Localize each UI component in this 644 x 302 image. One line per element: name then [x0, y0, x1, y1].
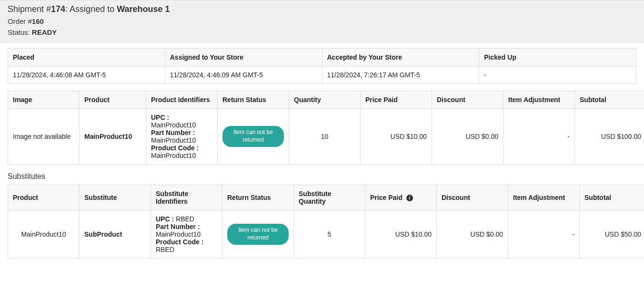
std-quantity: 5 [294, 210, 365, 259]
s-part-label: Part Number : [156, 223, 200, 230]
std-subtotal: USD $50.00 [580, 210, 644, 259]
std-product: MainProduct10 [8, 210, 80, 259]
return-status-badge: Item can not be returned [222, 126, 284, 146]
timeline-table: Placed Assigned to Your Store Accepted b… [8, 48, 636, 84]
status-prefix: Status: [8, 28, 32, 36]
td-item-adjustment: - [503, 109, 575, 165]
sth-discount: Discount [437, 185, 508, 210]
std-identifiers: UPC : RBED Part Number : MainProduct10 P… [151, 210, 222, 259]
sth-item-adjustment: Item Adjustment [508, 185, 580, 210]
th-price-paid: Price Paid [361, 91, 432, 109]
info-icon[interactable]: i [406, 195, 413, 201]
timeline-row: 11/28/2024, 4:46:08 AM GMT-5 11/28/2024,… [8, 66, 636, 84]
th-image: Image [8, 91, 80, 109]
shipment-title: Shipment #174: Assigned to Warehouse 1 [8, 4, 636, 14]
th-subtotal: Subtotal [575, 91, 644, 109]
shipment-header: Shipment #174: Assigned to Warehouse 1 O… [0, 0, 644, 42]
part-value: MainProduct10 [151, 136, 196, 144]
substitute-name: SubProduct [84, 230, 122, 238]
td-return-status: Item can not be returned [218, 109, 289, 165]
code-value: MainProduct10 [151, 152, 196, 159]
sub-return-status-badge: Item can not be returned [227, 224, 289, 244]
td-assigned: 11/28/2024, 4:46:09 AM GMT-5 [165, 66, 322, 84]
upc-label: UPC : [151, 114, 169, 121]
product-name: MainProduct10 [84, 133, 132, 140]
shipment-prefix: Shipment # [8, 4, 51, 14]
sth-product: Product [8, 185, 80, 210]
td-price-paid: USD $10.00 [361, 109, 432, 165]
s-code-value: RBED [156, 246, 174, 253]
td-identifiers: UPC : MainProduct10 Part Number : MainPr… [146, 109, 218, 165]
th-accepted: Accepted by Your Store [322, 49, 479, 66]
shipment-number: 174 [51, 4, 65, 14]
sth-price-paid: Price Paid i [365, 185, 437, 210]
td-accepted: 11/28/2024, 7:26:17 AM GMT-5 [322, 66, 479, 84]
td-discount: USD $0.00 [432, 109, 503, 165]
th-identifiers: Product Identifiers [146, 91, 218, 109]
std-return-status: Item can not be returned [222, 210, 294, 259]
th-item-adjustment: Item Adjustment [503, 91, 575, 109]
items-table: Image Product Product Identifiers Return… [8, 91, 644, 165]
th-quantity: Quantity [289, 91, 361, 109]
order-prefix: Order # [8, 17, 32, 25]
sth-quantity: Substitute Quantity [294, 185, 365, 210]
td-pickedup: - [479, 66, 636, 84]
status-value: READY [32, 28, 57, 36]
upc-value: MainProduct10 [151, 121, 196, 129]
th-assigned: Assigned to Your Store [165, 49, 322, 66]
part-label: Part Number : [151, 129, 195, 136]
sth-identifiers: Substitute Identifiers [151, 185, 222, 210]
sth-subtotal: Subtotal [580, 185, 644, 210]
substitutes-title: Substitutes [8, 172, 636, 181]
s-upc-label: UPC : [156, 215, 174, 223]
order-number: 160 [32, 17, 44, 25]
std-price-paid: USD $10.00 [365, 210, 437, 259]
item-row: Image not available MainProduct10 UPC : … [8, 109, 644, 165]
status-line: Status: READY [8, 28, 636, 36]
td-quantity: 10 [289, 109, 361, 165]
warehouse-name: Warehouse 1 [117, 4, 170, 14]
code-label: Product Code : [151, 144, 199, 152]
assigned-prefix: : Assigned to [65, 4, 117, 14]
th-product: Product [80, 91, 146, 109]
s-upc-value: RBED [176, 215, 194, 223]
std-discount: USD $0.00 [437, 210, 508, 259]
s-code-label: Product Code : [156, 238, 203, 246]
sth-price-paid-label: Price Paid [370, 194, 402, 201]
th-discount: Discount [432, 91, 503, 109]
std-substitute: SubProduct [80, 210, 151, 259]
th-placed: Placed [8, 49, 165, 66]
substitutes-table: Product Substitute Substitute Identifier… [8, 185, 644, 259]
order-line: Order #160 [8, 17, 636, 25]
std-item-adjustment: - [508, 210, 580, 259]
td-subtotal: USD $100.00 [575, 109, 644, 165]
th-return-status: Return Status [218, 91, 289, 109]
th-pickedup: Picked Up [479, 49, 636, 66]
sth-return-status: Return Status [222, 185, 294, 210]
sth-substitute: Substitute [80, 185, 151, 210]
td-image: Image not available [8, 109, 80, 165]
td-product: MainProduct10 [80, 109, 146, 165]
td-placed: 11/28/2024, 4:46:08 AM GMT-5 [8, 66, 165, 84]
substitute-row: MainProduct10 SubProduct UPC : RBED Part… [8, 210, 644, 259]
s-part-value: MainProduct10 [156, 230, 201, 238]
